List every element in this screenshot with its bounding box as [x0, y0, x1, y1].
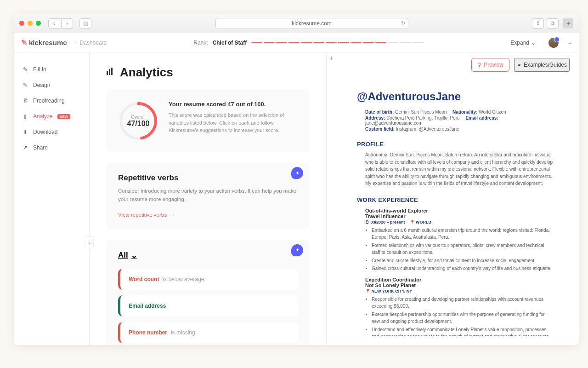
breadcrumb-label: Dashboard	[80, 40, 107, 46]
fill in-icon: ✎	[22, 66, 28, 73]
issue-key: Email address	[129, 303, 166, 309]
forward-button[interactable]: ›	[61, 18, 73, 29]
chevron-down-icon: ⌄	[131, 251, 137, 260]
breadcrumb[interactable]: ‹ Dashboard	[74, 40, 107, 46]
new-badge: NEW	[57, 114, 71, 119]
sidebar-item-design[interactable]: ✎Design	[14, 77, 89, 93]
work-heading: WORK EXPERIENCE	[357, 196, 553, 203]
rank-label: Rank:	[193, 40, 208, 46]
job-entry: Out-of-this-world Explorer Travel Influe…	[357, 208, 553, 272]
score-text: Your resume scored 47 out of 100. This s…	[169, 101, 298, 134]
preview-button[interactable]: ⚲ Preview	[471, 58, 509, 72]
job-title: Out-of-this-world Explorer	[357, 208, 553, 213]
browser-chrome: ‹ › ▥ kickresume.com ↻ ⇪ ⧉ +	[14, 14, 579, 33]
job-entry: Expedition Coordinator Not So Lonely Pla…	[357, 277, 553, 336]
page-title-text: Analytics	[120, 65, 173, 80]
tabs-icon[interactable]: ⧉	[547, 18, 559, 29]
bullet: Understand and effectively communicate L…	[372, 326, 553, 336]
design-icon: ✎	[22, 82, 28, 88]
examples-button[interactable]: ⚭ Examples/Guides	[514, 58, 570, 72]
repetitive-body: Consider introducing more variety to you…	[118, 187, 298, 204]
location-icon: 📍 WORLD	[410, 220, 432, 224]
repetitive-title: Repetitive verbs	[118, 173, 298, 183]
job-company: Not So Lonely Planet	[357, 282, 553, 288]
score-headline: Your resume scored 47 out of 100.	[169, 101, 298, 108]
resume-name: @AdventurousJane	[357, 90, 553, 103]
proofreading-icon: ⎘	[22, 98, 28, 104]
filter-label: All	[118, 251, 128, 260]
issue-row[interactable]: Word countis below average.	[118, 269, 298, 290]
repetitive-verbs-card: ✦ Repetitive verbs Consider introducing …	[106, 162, 310, 230]
avatar[interactable]	[548, 38, 559, 48]
close-window-icon[interactable]	[19, 21, 24, 26]
expand-button[interactable]: Expand ⌄	[510, 40, 536, 46]
bullet: Embarked on a 6 month cultural emersion …	[372, 227, 553, 241]
bullet: Execute bespoke partnership opportunitie…	[372, 311, 553, 325]
star-badge-icon[interactable]: ✦	[291, 167, 303, 179]
share-icon[interactable]: ⇪	[532, 18, 544, 29]
collapse-sidebar-button[interactable]: ‹	[85, 236, 94, 248]
score-card: Overall 47/100 Your resume scored 47 out…	[106, 90, 310, 152]
download-icon: ⬇	[22, 129, 28, 135]
chevron-left-icon: ‹	[74, 40, 76, 46]
view-repetitive-link[interactable]: View repetitive verbs →	[118, 212, 175, 218]
sidebar-item-download[interactable]: ⬇Download	[14, 124, 89, 140]
browser-window: ‹ › ▥ kickresume.com ↻ ⇪ ⧉ + ✎ kickresum…	[14, 14, 579, 345]
arrow-right-icon: →	[170, 212, 175, 218]
account-chevron-icon[interactable]: ⌄	[568, 40, 571, 45]
job-meta: 📍 NEW YORK CITY, NY	[357, 289, 553, 293]
issue-key: Phone number	[129, 329, 167, 336]
logo[interactable]: ✎ kickresume	[21, 38, 67, 47]
sidebar-toggle-icon[interactable]: ▥	[79, 18, 91, 29]
job-title: Expedition Coordinator	[357, 277, 553, 282]
bullet: Formed relationships with various tour o…	[372, 242, 553, 256]
sidebar-item-fill-in[interactable]: ✎Fill In	[14, 62, 89, 77]
issue-key: Word count	[129, 276, 159, 282]
meta-row: Custom field: Instagram: @AdventurousJan…	[365, 126, 553, 132]
filter-dropdown[interactable]: All ⌄	[118, 251, 298, 260]
app-body: ✎Fill In✎Design⎘Proofreading⫿AnalyzeNEW⬇…	[14, 52, 579, 345]
issue-row[interactable]: Email address	[118, 295, 298, 316]
job-company: Travel Influencer	[357, 213, 553, 219]
job-bullets: Responsible for creating and developing …	[357, 296, 553, 336]
job-bullets: Embarked on a 6 month cultural emersion …	[357, 227, 553, 272]
svg-rect-0	[107, 71, 108, 75]
refresh-icon[interactable]: ↻	[401, 20, 405, 26]
sidebar-item-proofreading[interactable]: ⎘Proofreading	[14, 93, 89, 109]
rank-value: Chief of Staff	[213, 40, 247, 46]
sidebar-item-label: Download	[33, 129, 57, 135]
sidebar-item-share[interactable]: ↗Share	[14, 140, 89, 155]
app: ✎ kickresume ‹ Dashboard Rank: Chief of …	[14, 33, 579, 345]
sidebar-item-label: Proofreading	[33, 98, 65, 104]
logo-icon: ✎	[21, 38, 27, 47]
preview-pane: + ⚲ Preview ⚭ Examples/Guides @Adventuro…	[326, 52, 579, 345]
rank-progress	[251, 42, 424, 43]
minimize-window-icon[interactable]	[28, 21, 33, 26]
score-body: This score was calculated based on the s…	[169, 111, 298, 134]
main: Analytics Overall 47/100 Your resume sco…	[90, 52, 579, 345]
sidebar-item-analyze[interactable]: ⫿AnalyzeNEW	[14, 109, 89, 124]
sidebar-item-label: Analyze	[33, 113, 53, 120]
star-badge-icon[interactable]: ✦	[291, 244, 303, 256]
analytics-pane: Analytics Overall 47/100 Your resume sco…	[90, 52, 326, 345]
traffic-lights	[19, 21, 41, 26]
bar-chart-icon	[106, 67, 114, 78]
add-tab-button[interactable]: +	[329, 54, 333, 62]
bullet: Gained cross-cultural understanding of e…	[372, 265, 553, 272]
sidebar-item-label: Share	[33, 144, 48, 151]
search-icon: ⚲	[477, 62, 481, 68]
sidebar-item-label: Fill In	[33, 66, 46, 73]
app-header: ✎ kickresume ‹ Dashboard Rank: Chief of …	[14, 33, 579, 52]
new-tab-button[interactable]: +	[563, 18, 573, 29]
bullet: Create and curate lifestyle, for and tra…	[372, 257, 553, 264]
issue-msg: is missing.	[171, 329, 197, 336]
location-icon: 📍 NEW YORK CITY, NY	[365, 289, 412, 293]
issue-row[interactable]: Phone numberis missing.	[118, 322, 298, 343]
meta-row: Address: Cochera Perú Parking, Trujillo,…	[365, 115, 553, 126]
preview-toolbar: ⚲ Preview ⚭ Examples/Guides	[327, 52, 579, 77]
chevron-down-icon: ⌄	[531, 40, 536, 46]
url-bar[interactable]: kickresume.com ↻	[215, 18, 408, 29]
score-gauge: Overall 47/100	[118, 101, 158, 141]
maximize-window-icon[interactable]	[36, 21, 41, 26]
back-button[interactable]: ‹	[48, 18, 60, 29]
